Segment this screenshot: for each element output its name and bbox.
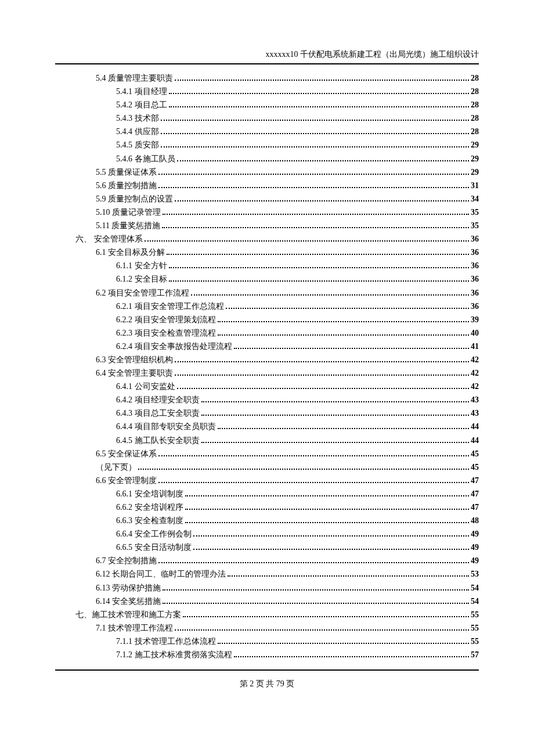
toc-entry-page: 53 bbox=[471, 567, 479, 581]
toc-entry: 5.4.4 供应部28 bbox=[55, 125, 479, 138]
toc-entry-page: 36 bbox=[471, 246, 479, 259]
toc-entry: 6.4.5 施工队长安全职责44 bbox=[55, 434, 479, 447]
toc-entry-label: 5.5 质量保证体系 bbox=[96, 165, 157, 179]
toc-entry-page: 41 bbox=[471, 340, 479, 353]
toc-leader-dots bbox=[234, 343, 470, 349]
toc-entry-page: 28 bbox=[471, 85, 479, 98]
toc-entry-page: 36 bbox=[471, 272, 479, 286]
toc-entry: 6.2.3 项目安全检查管理流程40 bbox=[55, 326, 479, 340]
toc-entry-label: 6.13 劳动保护措施 bbox=[96, 581, 161, 595]
toc-entry-label: 6.2.2 项目安全管理策划流程 bbox=[116, 313, 216, 326]
toc-entry: 6.2.4 项目安全事故报告处理流程41 bbox=[55, 340, 479, 353]
toc-leader-dots bbox=[167, 249, 469, 255]
toc-entry-label: 七、施工技术管理和施工方案 bbox=[75, 608, 181, 621]
toc-leader-dots bbox=[185, 517, 470, 523]
toc-entry-page: 28 bbox=[471, 125, 479, 138]
toc-leader-dots bbox=[218, 316, 470, 322]
toc-leader-dots bbox=[169, 262, 470, 268]
toc-entry-label: 6.4.2 项目经理安全职责 bbox=[116, 393, 200, 406]
toc-leader-dots bbox=[191, 289, 469, 295]
toc-entry-label: 5.4.2 项目总工 bbox=[116, 98, 167, 111]
toc-leader-dots bbox=[138, 463, 469, 470]
toc-entry: 5.6 质量控制措施31 bbox=[55, 179, 479, 192]
toc-leader-dots bbox=[218, 423, 470, 429]
toc-leader-dots bbox=[158, 449, 469, 456]
toc-entry-label: 6.5 安全保证体系 bbox=[96, 447, 157, 460]
toc-entry-label: （见下页） bbox=[96, 460, 136, 474]
toc-entry-page: 34 bbox=[471, 192, 479, 206]
header-divider bbox=[55, 63, 479, 64]
toc-leader-dots bbox=[161, 141, 470, 147]
toc-entry: 5.4.3 技术部28 bbox=[55, 111, 479, 125]
toc-entry: 六、 安全管理体系36 bbox=[55, 232, 479, 246]
toc-entry: 6.12 长期合同工、临时工的管理办法53 bbox=[55, 567, 479, 581]
toc-leader-dots bbox=[193, 530, 470, 537]
toc-entry-page: 43 bbox=[471, 393, 479, 406]
toc-leader-dots bbox=[201, 396, 470, 402]
toc-entry-page: 42 bbox=[471, 380, 479, 393]
toc-entry: 6.4.3 项目总工安全职责43 bbox=[55, 406, 479, 420]
toc-entry: 7.1.2 施工技术标准贯彻落实流程57 bbox=[55, 648, 479, 661]
toc-entry-label: 5.11 质量奖惩措施 bbox=[96, 219, 160, 232]
toc-entry-label: 6.6.4 安全工作例会制 bbox=[116, 527, 192, 541]
toc-entry-label: 6.2 项目安全管理工作流程 bbox=[96, 286, 189, 300]
toc-leader-dots bbox=[177, 154, 470, 161]
toc-entry: 6.4.2 项目经理安全职责43 bbox=[55, 393, 479, 406]
toc-entry: 6.6.5 安全日活动制度49 bbox=[55, 541, 479, 554]
toc-entry-page: 39 bbox=[471, 313, 479, 326]
toc-entry-page: 55 bbox=[471, 608, 479, 621]
toc-entry-label: 6.14 安全奖惩措施 bbox=[96, 595, 161, 608]
toc-entry: 6.5 安全保证体系45 bbox=[55, 447, 479, 460]
toc-entry: 6.1.2 安全目标36 bbox=[55, 272, 479, 286]
toc-entry: 5.9 质量控制点的设置34 bbox=[55, 192, 479, 206]
toc-entry: 6.2 项目安全管理工作流程36 bbox=[55, 286, 479, 300]
toc-entry: 6.6.4 安全工作例会制49 bbox=[55, 527, 479, 541]
toc-entry: 6.14 安全奖惩措施54 bbox=[55, 595, 479, 608]
toc-leader-dots bbox=[175, 74, 469, 81]
toc-entry-label: 5.6 质量控制措施 bbox=[96, 179, 157, 192]
toc-entry-page: 29 bbox=[471, 138, 479, 152]
toc-entry-page: 42 bbox=[471, 353, 479, 366]
toc-leader-dots bbox=[201, 436, 470, 442]
footer-divider bbox=[55, 669, 479, 671]
toc-entry: 6.4.4 项目部专职安全员职责44 bbox=[55, 420, 479, 433]
toc-entry-page: 29 bbox=[471, 165, 479, 179]
toc-entry-label: 6.6.2 安全培训程序 bbox=[116, 501, 183, 514]
toc-entry-label: 5.4.1 项目经理 bbox=[116, 85, 167, 98]
toc-entry: 6.3 安全管理组织机构42 bbox=[55, 353, 479, 366]
toc-entry: 6.6.1 安全培训制度47 bbox=[55, 487, 479, 501]
toc-entry-label: 5.4 质量管理主要职责 bbox=[96, 71, 173, 85]
toc-leader-dots bbox=[193, 543, 470, 550]
toc-entry-page: 55 bbox=[471, 621, 479, 635]
toc-entry-page: 36 bbox=[471, 300, 479, 313]
toc-entry: 5.4.6 各施工队员29 bbox=[55, 152, 479, 165]
toc-entry-page: 54 bbox=[471, 595, 479, 608]
toc-leader-dots bbox=[158, 557, 469, 563]
toc-entry-page: 44 bbox=[471, 434, 479, 447]
toc-entry: 6.4 安全管理主要职责42 bbox=[55, 366, 479, 380]
toc-entry-label: 6.4.3 项目总工安全职责 bbox=[116, 406, 200, 420]
toc-leader-dots bbox=[158, 182, 469, 188]
toc-entry-page: 40 bbox=[471, 326, 479, 340]
toc-entry-page: 49 bbox=[471, 527, 479, 541]
toc-entry: 7.1.1 技术管理工作总体流程55 bbox=[55, 635, 479, 648]
toc-entry-label: 6.1 安全目标及分解 bbox=[96, 246, 165, 259]
toc-entry: 6.6 安全管理制度47 bbox=[55, 474, 479, 487]
toc-leader-dots bbox=[226, 302, 470, 308]
toc-entry-label: 5.4.4 供应部 bbox=[116, 125, 159, 138]
toc-entry-page: 28 bbox=[471, 111, 479, 125]
toc-entry-page: 47 bbox=[471, 487, 479, 501]
toc-entry-label: 5.4.6 各施工队员 bbox=[116, 152, 175, 165]
toc-leader-dots bbox=[161, 128, 470, 134]
toc-entry-label: 6.4.1 公司安监处 bbox=[116, 380, 175, 393]
toc-entry-label: 5.9 质量控制点的设置 bbox=[96, 192, 173, 206]
toc-entry: 6.6.2 安全培训程序47 bbox=[55, 501, 479, 514]
toc-entry: （见下页）45 bbox=[55, 460, 479, 474]
toc-entry-label: 6.2.4 项目安全事故报告处理流程 bbox=[116, 340, 232, 353]
toc-leader-dots bbox=[169, 101, 470, 107]
toc-entry: 6.2.1 项目安全管理工作总流程36 bbox=[55, 300, 479, 313]
toc-entry-page: 45 bbox=[471, 460, 479, 474]
page-footer: 第 2 页 共 79 页 bbox=[55, 679, 479, 689]
toc-entry-label: 7.1.2 施工技术标准贯彻落实流程 bbox=[116, 648, 232, 661]
document-page: xxxxxx10 千伏配电系统新建工程（出局光缆）施工组织设计 5.4 质量管理… bbox=[0, 0, 534, 724]
